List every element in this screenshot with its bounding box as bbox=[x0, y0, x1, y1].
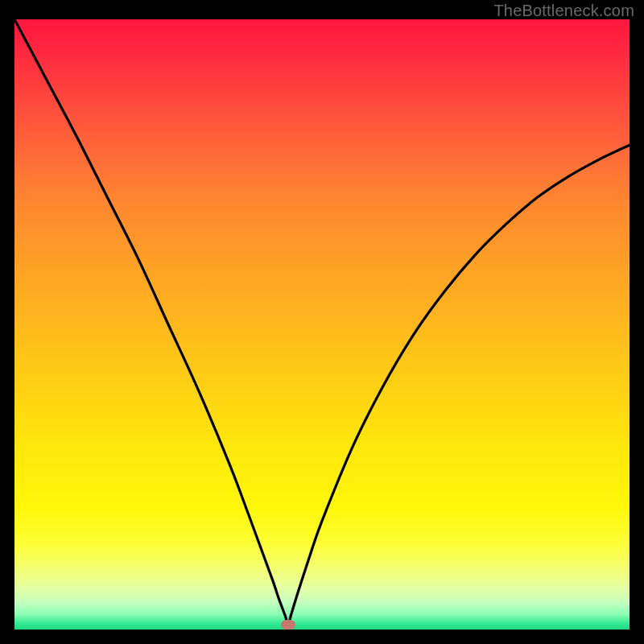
watermark-text: TheBottleneck.com bbox=[493, 2, 634, 20]
chart-frame: TheBottleneck.com bbox=[0, 0, 644, 644]
bottleneck-curve bbox=[14, 19, 630, 630]
plot-area bbox=[14, 19, 630, 630]
optimal-point-marker bbox=[281, 620, 295, 630]
